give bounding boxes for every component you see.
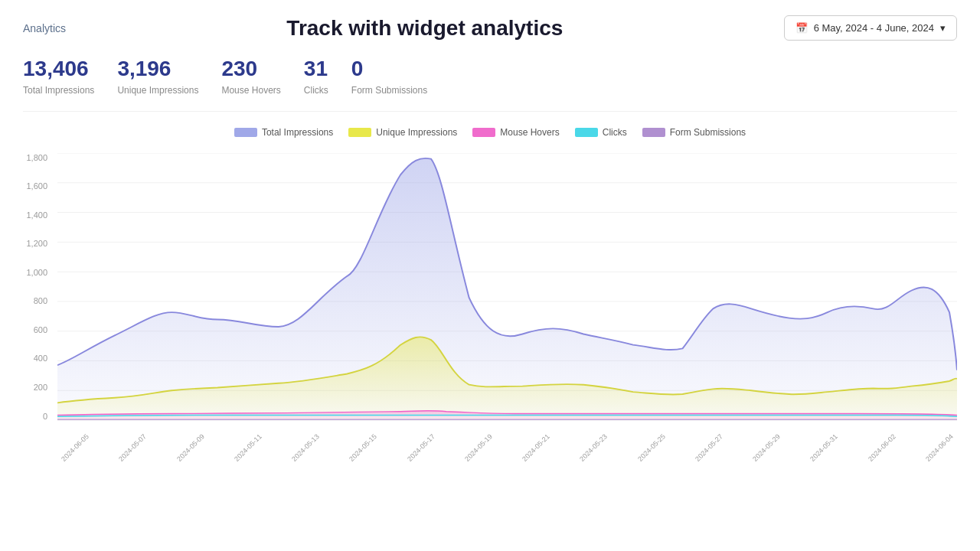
y-axis-label: 1,200 <box>23 239 54 248</box>
stat-value: 31 <box>304 56 328 82</box>
y-axis-label: 400 <box>23 354 54 363</box>
x-axis-label: 2024-05-11 <box>233 432 263 463</box>
x-axis-label: 2024-05-23 <box>578 432 609 463</box>
x-axis-label: 2024-06-05 <box>60 432 90 463</box>
x-axis-label: 2024-06-04 <box>924 432 955 463</box>
chart-area <box>57 153 957 421</box>
page-header: Analytics Track with widget analytics 📅 … <box>0 0 980 48</box>
y-axis-label: 800 <box>23 296 54 305</box>
legend-label: Mouse Hovers <box>500 127 559 138</box>
stat-item: 13,406Total Impressions <box>23 56 117 96</box>
stat-item: 230Mouse Hovers <box>221 56 303 96</box>
analytics-label: Analytics <box>23 22 66 34</box>
legend-label: Unique Impressions <box>376 127 457 138</box>
stat-value: 3,196 <box>117 56 198 82</box>
page-title: Track with widget analytics <box>286 16 563 41</box>
legend-label: Total Impressions <box>262 127 333 138</box>
chart-svg <box>57 153 957 421</box>
y-axis-label: 1,800 <box>23 153 54 162</box>
x-axis-label: 2024-05-29 <box>751 432 782 463</box>
y-axis-label: 1,600 <box>23 181 54 191</box>
y-axis-label: 200 <box>23 383 54 392</box>
x-axis-label: 2024-05-13 <box>290 432 321 463</box>
x-axis-label: 2024-05-07 <box>117 432 148 463</box>
x-axis-label: 2024-05-19 <box>463 432 494 463</box>
stat-value: 13,406 <box>23 56 94 82</box>
x-axis-label: 2024-05-17 <box>406 432 436 463</box>
calendar-icon: 📅 <box>795 22 808 34</box>
y-axis-label: 1,000 <box>23 268 54 277</box>
x-axis-label: 2024-05-09 <box>175 432 206 463</box>
x-axis: 2024-06-052024-05-072024-05-092024-05-11… <box>57 421 957 452</box>
legend-label: Form Submissions <box>670 127 746 138</box>
stat-value: 230 <box>221 56 280 82</box>
x-axis-label: 2024-05-27 <box>694 432 724 463</box>
stat-label: Form Submissions <box>351 85 427 96</box>
legend-item: Mouse Hovers <box>472 127 559 138</box>
stat-label: Mouse Hovers <box>221 85 280 96</box>
y-axis: 1,8001,6001,4001,2001,0008006004002000 <box>23 153 54 421</box>
stat-label: Total Impressions <box>23 85 94 96</box>
stat-item: 3,196Unique Impressions <box>117 56 221 96</box>
legend-color-swatch <box>575 128 598 137</box>
legend-item: Clicks <box>575 127 627 138</box>
stat-label: Unique Impressions <box>117 85 198 96</box>
y-axis-label: 1,400 <box>23 210 54 220</box>
stats-row: 13,406Total Impressions3,196Unique Impre… <box>0 48 980 111</box>
legend-color-swatch <box>348 128 371 137</box>
x-axis-label: 2024-05-21 <box>521 432 551 463</box>
x-axis-label: 2024-05-31 <box>808 432 839 463</box>
chevron-down-icon: ▾ <box>940 22 946 34</box>
stat-item: 31Clicks <box>304 56 351 96</box>
date-range-button[interactable]: 📅 6 May, 2024 - 4 June, 2024 ▾ <box>784 15 957 41</box>
date-range-label: 6 May, 2024 - 4 June, 2024 <box>814 22 934 34</box>
x-axis-label: 2024-05-15 <box>348 432 378 463</box>
legend-item: Form Submissions <box>642 127 746 138</box>
legend-color-swatch <box>234 128 257 137</box>
x-axis-label: 2024-06-02 <box>867 432 897 463</box>
legend-item: Unique Impressions <box>348 127 457 138</box>
chart-legend: Total ImpressionsUnique ImpressionsMouse… <box>0 112 980 145</box>
y-axis-label: 0 <box>23 412 54 421</box>
stat-value: 0 <box>351 56 427 82</box>
legend-color-swatch <box>642 128 665 137</box>
legend-item: Total Impressions <box>234 127 333 138</box>
x-axis-label: 2024-05-25 <box>636 432 667 463</box>
chart-container: 1,8001,6001,4001,2001,0008006004002000 <box>0 145 980 467</box>
legend-label: Clicks <box>603 127 627 138</box>
stat-label: Clicks <box>304 85 328 96</box>
legend-color-swatch <box>472 128 495 137</box>
y-axis-label: 600 <box>23 325 54 334</box>
stat-item: 0Form Submissions <box>351 56 450 96</box>
